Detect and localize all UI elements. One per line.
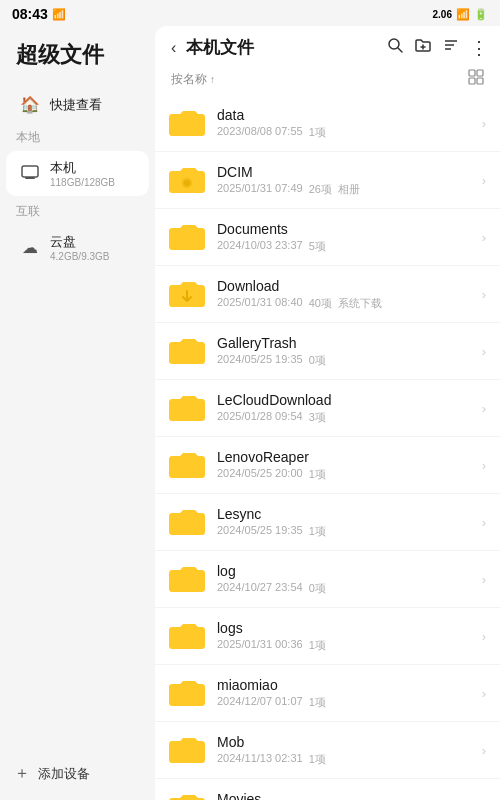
file-date: 2024/05/25 20:00: [217, 467, 303, 482]
file-row[interactable]: GalleryTrash 2024/05/25 19:35 0项 ›: [155, 323, 500, 380]
more-button[interactable]: ⋮: [470, 37, 488, 59]
sidebar-item-local[interactable]: 本机 118GB/128GB: [6, 151, 149, 196]
folder-icon: [167, 787, 207, 800]
file-row[interactable]: Download 2025/01/31 08:40 40项 系统下载 ›: [155, 266, 500, 323]
file-date: 2024/10/03 23:37: [217, 239, 303, 254]
file-count: 1项: [309, 524, 326, 539]
status-time: 08:43: [12, 6, 48, 22]
file-meta: 2025/01/31 00:36 1项: [217, 638, 482, 653]
file-count: 1项: [309, 695, 326, 710]
file-meta: 2024/10/27 23:54 0项: [217, 581, 482, 596]
chevron-right-icon: ›: [482, 743, 486, 758]
file-meta: 2023/08/08 07:55 1项: [217, 125, 482, 140]
file-row[interactable]: LenovoReaper 2024/05/25 20:00 1项 ›: [155, 437, 500, 494]
local-text: 本机 118GB/128GB: [50, 159, 115, 188]
add-device-button[interactable]: ＋ 添加设备: [0, 751, 155, 800]
cloud-icon: ☁: [20, 238, 40, 257]
file-date: 2025/01/31 08:40: [217, 296, 303, 311]
status-battery-icon: 🔋: [474, 8, 488, 21]
status-right-icons: 2.06 📶 🔋: [433, 8, 488, 21]
svg-point-14: [184, 180, 190, 186]
folder-icon: [167, 559, 207, 599]
file-name: miaomiao: [217, 677, 482, 693]
file-meta: 2024/11/13 02:31 1项: [217, 752, 482, 767]
file-count: 3项: [309, 410, 326, 425]
folder-icon: [167, 103, 207, 143]
file-name: data: [217, 107, 482, 123]
sort-bar: 按名称 ↑: [155, 65, 500, 95]
device-icon: [20, 163, 40, 185]
file-row[interactable]: DCIM 2025/01/31 07:49 26项 相册 ›: [155, 152, 500, 209]
sidebar-item-quick-access[interactable]: 🏠 快捷查看: [6, 87, 149, 122]
chevron-right-icon: ›: [482, 629, 486, 644]
chevron-right-icon: ›: [482, 116, 486, 131]
file-info: LeCloudDownload 2025/01/28 09:54 3项: [217, 392, 482, 425]
folder-icon: [167, 730, 207, 770]
file-meta: 2025/01/31 08:40 40项 系统下载: [217, 296, 482, 311]
file-info: Movies 2024/11/17 19:42 2项 视频: [217, 791, 482, 801]
file-info: LenovoReaper 2024/05/25 20:00 1项: [217, 449, 482, 482]
file-row[interactable]: Documents 2024/10/03 23:37 5项 ›: [155, 209, 500, 266]
sidebar-item-cloud[interactable]: ☁ 云盘 4.2GB/9.3GB: [6, 225, 149, 270]
file-count: 0项: [309, 353, 326, 368]
status-battery-text: 2.06: [433, 9, 452, 20]
file-date: 2024/12/07 01:07: [217, 695, 303, 710]
cloud-name: 云盘: [50, 233, 109, 251]
file-row[interactable]: data 2023/08/08 07:55 1项 ›: [155, 95, 500, 152]
folder-icon: [167, 160, 207, 200]
file-row[interactable]: miaomiao 2024/12/07 01:07 1项 ›: [155, 665, 500, 722]
svg-line-3: [398, 48, 402, 52]
status-icon-signal: 📶: [52, 8, 66, 21]
file-count: 0项: [309, 581, 326, 596]
file-name: Mob: [217, 734, 482, 750]
sidebar-title: 超级文件: [0, 26, 155, 86]
plus-icon: ＋: [14, 763, 30, 784]
header-actions: ⋮: [386, 36, 488, 59]
file-row[interactable]: logs 2025/01/31 00:36 1项 ›: [155, 608, 500, 665]
sidebar: 超级文件 🏠 快捷查看 本地 本机 118GB/128GB 互联 ☁: [0, 26, 155, 800]
file-info: GalleryTrash 2024/05/25 19:35 0项: [217, 335, 482, 368]
new-folder-button[interactable]: [414, 36, 432, 59]
file-meta: 2025/01/28 09:54 3项: [217, 410, 482, 425]
file-name: LenovoReaper: [217, 449, 482, 465]
file-row[interactable]: log 2024/10/27 23:54 0项 ›: [155, 551, 500, 608]
svg-rect-11: [469, 78, 475, 84]
file-count: 1项: [309, 638, 326, 653]
file-name: log: [217, 563, 482, 579]
sort-arrow: ↑: [210, 74, 215, 85]
file-row[interactable]: LeCloudDownload 2025/01/28 09:54 3项 ›: [155, 380, 500, 437]
file-name: LeCloudDownload: [217, 392, 482, 408]
file-date: 2024/05/25 19:35: [217, 353, 303, 368]
file-date: 2024/11/13 02:31: [217, 752, 303, 767]
folder-icon: [167, 502, 207, 542]
file-date: 2024/10/27 23:54: [217, 581, 303, 596]
svg-rect-9: [469, 70, 475, 76]
view-toggle-button[interactable]: [468, 69, 484, 89]
file-row[interactable]: Lesync 2024/05/25 19:35 1项 ›: [155, 494, 500, 551]
back-button[interactable]: ‹: [167, 37, 180, 59]
file-row[interactable]: Mob 2024/11/13 02:31 1项 ›: [155, 722, 500, 779]
file-row[interactable]: Movies 2024/11/17 19:42 2项 视频 ›: [155, 779, 500, 800]
chevron-right-icon: ›: [482, 686, 486, 701]
file-tag: 系统下载: [338, 296, 382, 311]
chevron-right-icon: ›: [482, 287, 486, 302]
file-info: log 2024/10/27 23:54 0项: [217, 563, 482, 596]
local-name: 本机: [50, 159, 115, 177]
chevron-right-icon: ›: [482, 173, 486, 188]
file-date: 2025/01/31 07:49: [217, 182, 303, 197]
chevron-right-icon: ›: [482, 401, 486, 416]
search-button[interactable]: [386, 36, 404, 59]
file-panel: ‹ 本机文件: [155, 26, 500, 800]
chevron-right-icon: ›: [482, 515, 486, 530]
cloud-text: 云盘 4.2GB/9.3GB: [50, 233, 109, 262]
file-meta: 2024/05/25 19:35 0项: [217, 353, 482, 368]
file-name: logs: [217, 620, 482, 636]
file-date: 2025/01/31 00:36: [217, 638, 303, 653]
folder-icon: [167, 331, 207, 371]
main-layout: 超级文件 🏠 快捷查看 本地 本机 118GB/128GB 互联 ☁: [0, 26, 500, 800]
folder-icon: [167, 445, 207, 485]
file-name: Lesync: [217, 506, 482, 522]
sort-button[interactable]: [442, 36, 460, 59]
svg-rect-10: [477, 70, 483, 76]
folder-icon: [167, 217, 207, 257]
